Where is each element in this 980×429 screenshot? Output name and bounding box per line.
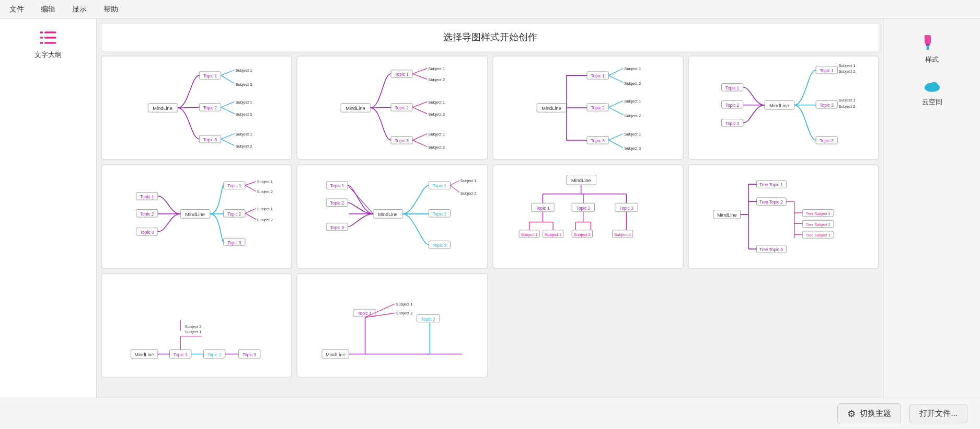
- menu-help[interactable]: 帮助: [100, 4, 121, 15]
- svg-text:Topic 2: Topic 2: [207, 353, 222, 357]
- bottom-bar: ⚙ 切换主题 打开文件...: [0, 398, 980, 429]
- svg-text:Subject 2: Subject 2: [428, 112, 445, 117]
- style-label: 样式: [925, 55, 939, 64]
- svg-line-38: [413, 102, 428, 107]
- svg-line-34: [413, 69, 428, 74]
- menu-file[interactable]: 文件: [6, 4, 27, 15]
- svg-text:Subject 1: Subject 1: [257, 179, 273, 184]
- menu-bar: 文件 编辑 显示 帮助: [0, 0, 980, 19]
- cloud-button[interactable]: 云空间: [884, 70, 980, 112]
- template-card-3[interactable]: MindLine Topic 1 Topic 2 Topic 3: [492, 55, 684, 160]
- center-header: 选择导图样式开始创作: [101, 23, 879, 51]
- outline-icon[interactable]: [35, 27, 61, 48]
- svg-text:Subject 1: Subject 1: [257, 207, 273, 211]
- svg-text:MindLine: MindLine: [571, 178, 591, 183]
- svg-text:Topic 2: Topic 2: [576, 206, 590, 211]
- svg-text:Tree Topic 2: Tree Topic 2: [759, 200, 783, 205]
- svg-text:Subject 2: Subject 2: [838, 69, 855, 74]
- template-card-7[interactable]: MindLine Topic 1 Topic 2 Topic 3: [492, 164, 684, 269]
- svg-rect-3: [44, 37, 56, 38]
- svg-text:Subject 2: Subject 2: [257, 218, 273, 222]
- svg-text:Topic 2: Topic 2: [227, 212, 241, 217]
- svg-line-62: [608, 134, 623, 140]
- template-grid: MindLine Topic 1 Topic 2 Topic 3: [97, 51, 883, 398]
- svg-text:Subject 2: Subject 2: [396, 311, 413, 315]
- template-card-1[interactable]: MindLine Topic 1 Topic 2 Topic 3: [101, 55, 292, 160]
- svg-text:Subject 2: Subject 2: [624, 81, 641, 86]
- svg-rect-211: [926, 44, 929, 46]
- svg-text:Subject 1: Subject 1: [428, 132, 445, 137]
- svg-line-20: [221, 107, 235, 114]
- svg-text:Topic 2: Topic 2: [433, 212, 447, 217]
- svg-point-216: [924, 84, 939, 92]
- svg-text:Subject 1: Subject 1: [428, 66, 445, 71]
- svg-line-58: [608, 101, 623, 107]
- svg-line-14: [221, 70, 235, 75]
- header-title: 选择导图样式开始创作: [443, 32, 537, 42]
- menu-edit[interactable]: 编辑: [38, 4, 59, 15]
- svg-text:Topic 1: Topic 1: [395, 72, 409, 77]
- template-card-4[interactable]: MindLine Topic 1 Topic 2 Topic 3 Topic 1…: [688, 55, 879, 160]
- svg-text:Topic 1: Topic 1: [227, 184, 241, 188]
- template-card-6[interactable]: MindLine Topic 1 Topic 2 Topic 3: [296, 164, 488, 269]
- svg-text:Subject 1: Subject 1: [235, 68, 252, 73]
- svg-text:Subject 1: Subject 1: [838, 98, 855, 103]
- svg-text:MindLine: MindLine: [378, 212, 398, 217]
- sidebar-label: 文字大纲: [34, 50, 62, 60]
- switch-theme-button[interactable]: ⚙ 切换主题: [837, 403, 901, 424]
- left-sidebar: 文字大纲: [0, 19, 97, 398]
- template-card-8[interactable]: MindLine Tree Topic 1 Tree Topic 2 Tree …: [688, 164, 879, 269]
- svg-text:Subject 2: Subject 2: [460, 191, 476, 196]
- svg-line-40: [413, 107, 428, 114]
- open-file-button[interactable]: 打开文件...: [909, 404, 967, 423]
- svg-rect-210: [924, 35, 930, 44]
- svg-text:Subject 1: Subject 1: [838, 63, 855, 68]
- main-layout: 文字大纲 选择导图样式开始创作 MindLine Topic 1 Topic 2: [0, 19, 980, 398]
- svg-text:Topic 1: Topic 1: [433, 184, 447, 188]
- svg-text:Topic 1: Topic 1: [591, 74, 605, 78]
- svg-text:Subject 2: Subject 2: [428, 145, 445, 150]
- svg-text:Topic 1: Topic 1: [203, 74, 217, 78]
- svg-line-98: [245, 182, 256, 185]
- svg-text:MindLine: MindLine: [153, 106, 172, 111]
- svg-text:Topic 2: Topic 2: [140, 212, 154, 217]
- svg-text:Subject 1: Subject 1: [235, 132, 252, 137]
- svg-text:Subject 2: Subject 2: [573, 232, 590, 237]
- cloud-icon: [922, 75, 942, 95]
- svg-text:Subject 2: Subject 2: [838, 104, 855, 109]
- svg-rect-212: [926, 46, 929, 51]
- svg-text:Topic 2: Topic 2: [395, 106, 409, 110]
- svg-line-16: [221, 75, 235, 83]
- svg-text:Subject 1: Subject 1: [396, 302, 413, 307]
- svg-text:Topic 1: Topic 1: [725, 86, 740, 91]
- template-card-2[interactable]: MindLine Topic 1 Topic 2 Topic 3: [296, 55, 488, 160]
- svg-text:Topic 2: Topic 2: [725, 103, 740, 108]
- template-card-5[interactable]: MindLine Topic 1 Topic 2 Topic 3 Topic 1…: [101, 164, 292, 269]
- svg-text:Topic 3: Topic 3: [820, 139, 834, 143]
- svg-text:Topic 2: Topic 2: [203, 106, 217, 110]
- svg-text:Topic 3: Topic 3: [203, 138, 217, 142]
- svg-text:MindLine: MindLine: [134, 352, 154, 357]
- svg-text:Tree Subject 3: Tree Subject 3: [806, 233, 831, 238]
- menu-view[interactable]: 显示: [69, 4, 90, 15]
- svg-text:Topic 1: Topic 1: [174, 353, 188, 357]
- svg-line-56: [608, 75, 623, 82]
- svg-text:MindLine: MindLine: [717, 212, 737, 218]
- svg-line-42: [413, 134, 428, 140]
- svg-text:Subject 1: Subject 1: [624, 66, 641, 71]
- style-button[interactable]: 样式: [884, 27, 980, 70]
- svg-text:Subject 2: Subject 2: [257, 189, 273, 194]
- switch-theme-label: 切换主题: [860, 409, 891, 419]
- svg-text:Topic 3: Topic 3: [433, 243, 447, 248]
- svg-text:MindLine: MindLine: [541, 106, 561, 111]
- svg-text:Topic 3: Topic 3: [591, 139, 605, 143]
- theme-icon: ⚙: [847, 408, 856, 420]
- svg-text:Subject 1: Subject 1: [185, 330, 201, 334]
- svg-text:Topic 2: Topic 2: [591, 106, 605, 110]
- svg-text:Topic 2: Topic 2: [330, 201, 344, 206]
- svg-rect-2: [40, 37, 43, 38]
- template-card-9[interactable]: MindLine Topic 1 Topic 2 Topic 3 Subject…: [101, 273, 292, 378]
- template-card-10[interactable]: MindLine Topic 1 Subject 1 Subject 2 To: [296, 273, 488, 378]
- svg-line-36: [413, 74, 428, 79]
- svg-line-102: [245, 209, 256, 213]
